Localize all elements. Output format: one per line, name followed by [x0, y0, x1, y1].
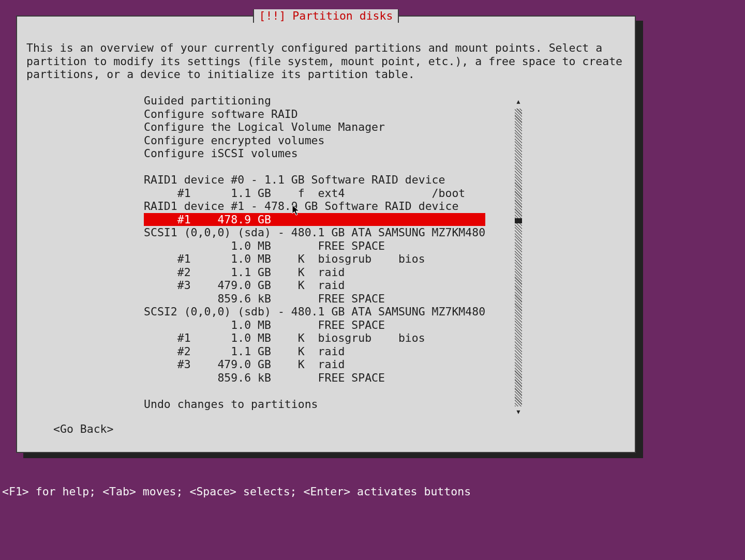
- scroll-down-icon[interactable]: ▾: [515, 408, 522, 415]
- list-item[interactable]: #2 1.1 GB K raid: [144, 345, 501, 358]
- dialog-title-wrap: [!!] Partition disks: [17, 9, 635, 23]
- list-item[interactable]: #3 479.0 GB K raid: [144, 358, 501, 371]
- list-item[interactable]: #1 478.9 GB: [144, 213, 485, 226]
- list-item[interactable]: Guided partitioning: [144, 94, 501, 108]
- scrollbar[interactable]: ▴ ▾: [515, 101, 522, 396]
- partition-dialog: [!!] Partition disks This is an overview…: [16, 16, 636, 453]
- list-item[interactable]: 859.6 kB FREE SPACE: [144, 371, 501, 385]
- list-item[interactable]: Configure encrypted volumes: [144, 134, 501, 147]
- list-item[interactable]: Configure iSCSI volumes: [144, 147, 501, 160]
- list-item[interactable]: Undo changes to partitions: [144, 398, 501, 411]
- list-blank-row: [144, 384, 501, 398]
- help-bar: <F1> for help; <Tab> moves; <Space> sele…: [0, 482, 745, 561]
- list-item[interactable]: #1 1.0 MB K biosgrub bios: [144, 252, 501, 266]
- scroll-up-icon[interactable]: ▴: [515, 98, 522, 104]
- list-item[interactable]: #3 479.0 GB K raid: [144, 279, 501, 292]
- list-item[interactable]: SCSI1 (0,0,0) (sda) - 480.1 GB ATA SAMSU…: [144, 226, 501, 239]
- list-item[interactable]: Configure the Logical Volume Manager: [144, 120, 501, 134]
- list-item[interactable]: 1.0 MB FREE SPACE: [144, 239, 501, 253]
- list-item[interactable]: Configure software RAID: [144, 108, 501, 121]
- partition-list: Guided partitioningConfigure software RA…: [144, 94, 501, 411]
- list-item[interactable]: #2 1.1 GB K raid: [144, 266, 501, 279]
- dialog-title: [!!] Partition disks: [253, 9, 399, 23]
- go-back-button[interactable]: <Go Back>: [53, 422, 114, 436]
- dialog-intro-text: This is an overview of your currently co…: [26, 41, 627, 81]
- list-item[interactable]: SCSI2 (0,0,0) (sdb) - 480.1 GB ATA SAMSU…: [144, 305, 501, 319]
- list-item[interactable]: 1.0 MB FREE SPACE: [144, 319, 501, 332]
- scroll-track-bottom[interactable]: [515, 223, 522, 406]
- list-item[interactable]: RAID1 device #1 - 478.9 GB Software RAID…: [144, 200, 501, 213]
- list-item[interactable]: RAID1 device #0 - 1.1 GB Software RAID d…: [144, 173, 501, 187]
- list-item[interactable]: #1 1.1 GB f ext4 /boot: [144, 187, 501, 200]
- scroll-thumb[interactable]: [515, 218, 522, 223]
- list-item[interactable]: 859.6 kB FREE SPACE: [144, 292, 501, 306]
- scroll-track-top[interactable]: [515, 109, 522, 218]
- list-item[interactable]: #1 1.0 MB K biosgrub bios: [144, 331, 501, 345]
- list-blank-row: [144, 160, 501, 174]
